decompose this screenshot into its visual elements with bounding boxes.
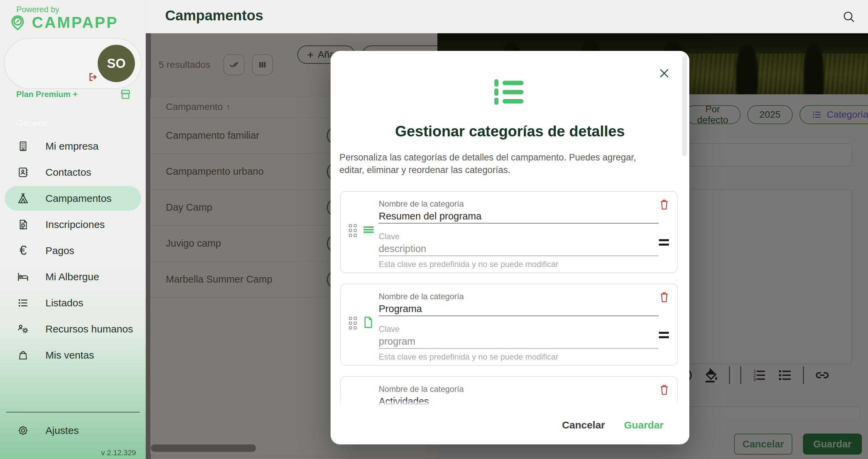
key-note: Esta clave es predefinida y no se puede … [379, 260, 558, 269]
modal-footer: Cancelar Guardar [331, 406, 689, 444]
input-underline [379, 348, 658, 349]
input-underline [379, 315, 658, 316]
sidebar-item-mi-empresa[interactable]: Mi empresa [0, 133, 146, 159]
contacts-icon [16, 167, 30, 178]
category-card: Nombre de la categoría Resumen del progr… [340, 191, 678, 273]
modal-description: Personaliza las categorías de detalles d… [339, 151, 659, 176]
delete-category-icon[interactable] [659, 384, 670, 396]
sidebar-item-label: Inscripciones [45, 219, 105, 230]
manage-categories-modal: Gestionar categorías de detalles Persona… [331, 51, 689, 444]
sidebar-item-pagos[interactable]: € Pagos [0, 237, 146, 264]
app-window: Powered by CAMPAPP SO Plan Premium + [0, 0, 868, 459]
sidebar-item-label: Mi empresa [45, 140, 99, 152]
list-icon [16, 297, 30, 309]
sidebar-item-mis-ventas[interactable]: Mis ventas [0, 342, 146, 368]
sidebar-menu: Mi empresa Contactos [0, 133, 146, 368]
plan-row: Plan Premium + [16, 88, 132, 100]
sidebar-item-mi-albergue[interactable]: Mi Albergue [0, 264, 146, 290]
sidebar: Powered by CAMPAPP SO Plan Premium + [0, 0, 146, 459]
categories-list-icon-large [331, 79, 689, 104]
locked-key-icon [659, 332, 669, 341]
user-card[interactable]: SO [4, 38, 142, 89]
text-lines-icon [362, 223, 375, 236]
sidebar-divider [6, 412, 140, 413]
sidebar-item-label: Campamentos [45, 193, 112, 204]
category-name-label: Nombre de la categoría [379, 384, 464, 394]
shopping-bag-icon [16, 349, 30, 361]
input-underline [379, 255, 658, 256]
modal-save-button[interactable]: Guardar [624, 419, 664, 431]
plan-label[interactable]: Plan Premium + [16, 90, 78, 99]
top-bar: Campamentos [146, 0, 868, 33]
sidebar-item-label: Recursos humanos [45, 323, 133, 335]
locked-key-icon [659, 239, 669, 248]
category-name-input[interactable]: Resumen del programa [379, 211, 658, 222]
sidebar-item-label: Ajustes [45, 425, 79, 436]
category-name-input[interactable]: Programa [379, 303, 658, 314]
people-gear-icon [16, 323, 30, 336]
app-version: v 2.12.329 [101, 448, 136, 457]
close-icon[interactable] [658, 67, 670, 79]
category-name-label: Nombre de la categoría [379, 199, 464, 209]
campapp-compass-icon [8, 13, 27, 32]
category-key-label: Clave [379, 232, 399, 241]
tent-icon [16, 192, 30, 205]
modal-cancel-button[interactable]: Cancelar [562, 419, 605, 431]
category-key-input: description [379, 243, 426, 254]
page-title: Campamentos [165, 7, 263, 24]
modal-title: Gestionar categorías de detalles [331, 123, 689, 140]
category-key-input: program [379, 336, 415, 347]
avatar[interactable]: SO [98, 45, 135, 82]
category-card: Nombre de la categoría Programa Clave pr… [340, 284, 678, 366]
sidebar-item-listados[interactable]: Listados [0, 290, 146, 316]
logout-icon[interactable] [87, 72, 98, 82]
brand-logo: CAMPAPP [8, 13, 118, 32]
delete-category-icon[interactable] [659, 291, 670, 303]
sidebar-item-label: Pagos [45, 245, 74, 256]
drag-handle-icon[interactable] [349, 224, 357, 237]
sidebar-item-contactos[interactable]: Contactos [0, 159, 146, 185]
category-name-label: Nombre de la categoría [379, 292, 464, 301]
brand-name: CAMPAPP [32, 13, 118, 32]
sidebar-item-ajustes[interactable]: Ajustes [0, 417, 146, 443]
building-icon [16, 140, 30, 152]
form-icon [16, 219, 30, 230]
key-note: Esta clave es predefinida y no se puede … [379, 352, 558, 362]
sidebar-section-label: General [16, 118, 48, 129]
sidebar-item-label: Contactos [45, 167, 91, 178]
sidebar-item-campamentos[interactable]: Campamentos [0, 185, 146, 211]
sidebar-item-label: Mi Albergue [45, 271, 99, 283]
euro-icon: € [16, 243, 30, 258]
modal-scrollbar[interactable] [682, 56, 687, 156]
sidebar-item-label: Listados [45, 297, 83, 309]
sidebar-item-recursos-humanos[interactable]: Recursos humanos [0, 316, 146, 342]
input-underline [379, 223, 658, 224]
category-key-label: Clave [379, 324, 399, 334]
drag-handle-icon[interactable] [349, 317, 357, 329]
store-icon[interactable] [119, 88, 132, 100]
sidebar-item-inscripciones[interactable]: Inscripciones [0, 211, 146, 237]
document-icon [362, 315, 375, 329]
bed-icon [16, 271, 30, 283]
delete-category-icon[interactable] [659, 198, 670, 211]
gear-icon [16, 424, 30, 437]
search-icon[interactable] [842, 9, 856, 24]
sidebar-item-label: Mis ventas [45, 349, 94, 361]
